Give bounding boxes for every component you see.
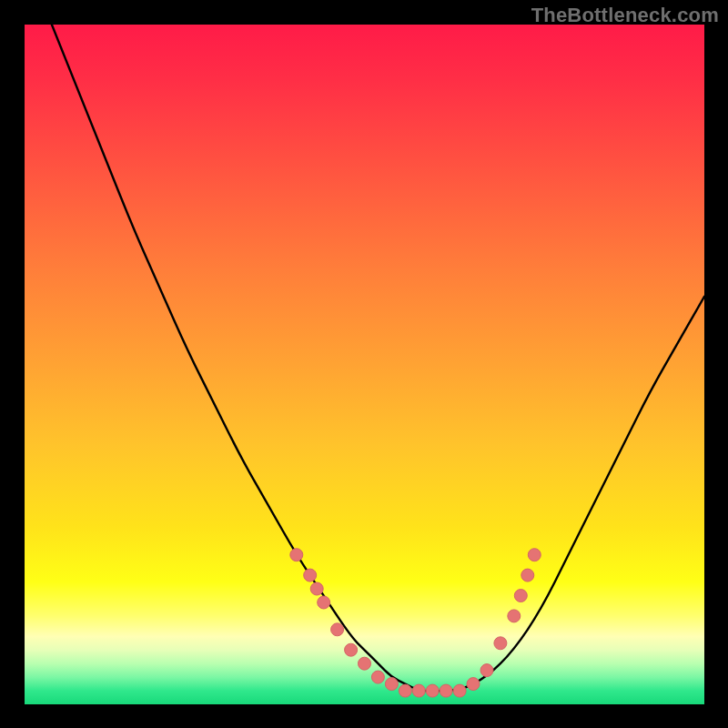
curve-marker: [385, 678, 398, 691]
curve-marker: [371, 671, 384, 683]
curve-marker: [426, 684, 439, 697]
curve-marker: [480, 664, 493, 677]
curve-marker: [528, 549, 541, 561]
curve-marker: [318, 596, 330, 609]
chart-frame: TheBottleneck.com: [0, 0, 728, 728]
plot-area: [25, 25, 704, 704]
bottleneck-curve: [52, 25, 704, 691]
curve-marker: [494, 637, 507, 650]
curve-marker: [304, 569, 317, 581]
curve-marker: [412, 684, 425, 697]
curve-markers: [290, 549, 541, 697]
curve-marker: [453, 684, 466, 697]
curve-marker: [521, 569, 534, 581]
curve-marker: [345, 643, 358, 656]
curve-marker: [359, 657, 371, 670]
curve-marker: [440, 684, 452, 697]
curve-marker: [310, 582, 323, 595]
chart-svg: [25, 25, 704, 704]
curve-marker: [508, 610, 521, 622]
curve-marker: [467, 678, 480, 691]
curve-marker: [290, 549, 303, 561]
curve-marker: [514, 590, 527, 602]
watermark-text: TheBottleneck.com: [531, 4, 719, 27]
curve-marker: [399, 684, 411, 697]
curve-marker: [331, 623, 344, 636]
